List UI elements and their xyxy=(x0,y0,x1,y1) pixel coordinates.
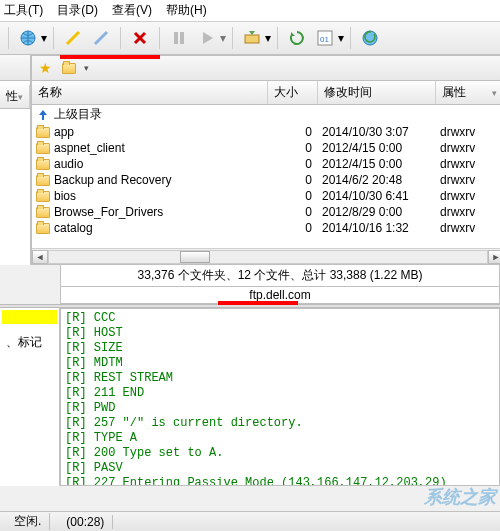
dropdown-icon[interactable]: ▾ xyxy=(220,31,226,45)
table-row[interactable]: aspnet_client02012/4/15 0:00drwxrv xyxy=(32,140,500,156)
log-line: [R] 211 END xyxy=(65,386,495,401)
file-size: 0 xyxy=(272,173,322,187)
file-date: 2014/6/2 20:48 xyxy=(322,173,440,187)
separator xyxy=(232,27,233,49)
file-date: 2014/10/30 6:41 xyxy=(322,189,440,203)
scroll-left-icon[interactable]: ◄ xyxy=(32,250,48,264)
watermark: 系统之家 xyxy=(424,485,496,509)
scroll-thumb[interactable] xyxy=(180,251,210,263)
file-name: aspnet_client xyxy=(54,141,125,155)
table-row[interactable]: bios02014/10/30 6:41drwxrv xyxy=(32,188,500,204)
log-line: [R] 227 Entering Passive Mode (143,166,1… xyxy=(65,476,495,486)
view-mode-button[interactable]: 01 xyxy=(312,25,338,51)
abort-button[interactable] xyxy=(127,25,153,51)
file-size: 0 xyxy=(272,189,322,203)
folder-nav-icon[interactable] xyxy=(60,59,78,77)
log-panel[interactable]: [R] CCC[R] HOST[R] SIZE[R] MDTM[R] REST … xyxy=(60,308,500,486)
file-date: 2012/4/15 0:00 xyxy=(322,141,440,155)
file-date: 2014/10/30 3:07 xyxy=(322,125,440,139)
col-modified[interactable]: 修改时间 xyxy=(318,81,436,104)
log-line: [R] TYPE A xyxy=(65,431,495,446)
host-label: ftp.dell.com xyxy=(249,288,310,302)
log-line: [R] 257 "/" is current directory. xyxy=(65,416,495,431)
col-attr[interactable]: 属性▾ xyxy=(436,81,500,104)
scroll-right-icon[interactable]: ► xyxy=(488,250,500,264)
svg-rect-1 xyxy=(174,32,178,44)
log-line: [R] 200 Type set to A. xyxy=(65,446,495,461)
file-date: 2012/4/15 0:00 xyxy=(322,157,440,171)
table-row[interactable]: audio02012/4/15 0:00drwxrv xyxy=(32,156,500,172)
separator xyxy=(277,27,278,49)
log-line: [R] CCC xyxy=(65,311,495,326)
pause-button[interactable] xyxy=(166,25,192,51)
highlight-bar xyxy=(60,55,160,59)
log-line: [R] REST STREAM xyxy=(65,371,495,386)
menu-tools[interactable]: 工具(T) xyxy=(4,2,43,19)
highlight-bar xyxy=(218,301,298,305)
file-size: 0 xyxy=(272,221,322,235)
remote-quickbar: ★ ▾ xyxy=(32,56,500,81)
table-row[interactable]: Browse_For_Drivers02012/8/29 0:00drwxrv xyxy=(32,204,500,220)
file-perm: drwxrv xyxy=(440,125,500,139)
menu-bar: 工具(T) 目录(D) 查看(V) 帮助(H) xyxy=(0,0,500,22)
globe-button[interactable] xyxy=(15,25,41,51)
file-perm: drwxrv xyxy=(440,141,500,155)
separator xyxy=(120,27,121,49)
folder-icon xyxy=(36,191,50,202)
local-quickbar xyxy=(0,55,30,81)
col-name[interactable]: 名称 xyxy=(32,81,268,104)
connect-button[interactable] xyxy=(60,25,86,51)
dropdown-icon[interactable]: ▾ xyxy=(41,31,47,45)
left-bottom-panel: 、标记 xyxy=(0,308,60,486)
file-size: 0 xyxy=(272,125,322,139)
menu-view[interactable]: 查看(V) xyxy=(112,2,152,19)
separator xyxy=(350,27,351,49)
local-header: 性▾ xyxy=(0,85,30,109)
main-row: 性▾ ★ ▾ 名称 大小 修改时间 属性▾ 上级目录 app02014/10/3… xyxy=(0,55,500,265)
col-size[interactable]: 大小 xyxy=(268,81,318,104)
toolbar: ▾ ▾ ▾ 01 ▾ xyxy=(0,22,500,55)
file-size: 0 xyxy=(272,157,322,171)
disconnect-button[interactable] xyxy=(88,25,114,51)
file-date: 2012/8/29 0:00 xyxy=(322,205,440,219)
menu-dirs[interactable]: 目录(D) xyxy=(57,2,98,19)
file-perm: drwxrv xyxy=(440,189,500,203)
play-button[interactable] xyxy=(194,25,220,51)
log-line: [R] SIZE xyxy=(65,341,495,356)
parent-dir-row[interactable]: 上级目录 xyxy=(32,105,500,124)
log-line: [R] PWD xyxy=(65,401,495,416)
remote-panel: ★ ▾ 名称 大小 修改时间 属性▾ 上级目录 app02014/10/30 3… xyxy=(31,55,500,265)
file-name: bios xyxy=(54,189,76,203)
file-perm: drwxrv xyxy=(440,221,500,235)
transfer-mode-button[interactable] xyxy=(239,25,265,51)
left-local-panel: 性▾ xyxy=(0,55,31,265)
up-arrow-icon xyxy=(36,108,50,122)
horizontal-scrollbar[interactable]: ◄ ► xyxy=(32,248,500,264)
dropdown-icon[interactable]: ▾ xyxy=(84,63,89,73)
mark-label: 、标记 xyxy=(0,330,59,355)
dropdown-icon[interactable]: ▾ xyxy=(338,31,344,45)
host-bar: ftp.dell.com xyxy=(60,287,500,304)
yellow-marker xyxy=(2,310,57,324)
file-name: Backup and Recovery xyxy=(54,173,171,187)
separator xyxy=(159,27,160,49)
folder-icon xyxy=(36,127,50,138)
table-row[interactable]: app02014/10/30 3:07drwxrv xyxy=(32,124,500,140)
file-listing: 上级目录 app02014/10/30 3:07drwxrvaspnet_cli… xyxy=(32,105,500,248)
table-row[interactable]: Backup and Recovery02014/6/2 20:48drwxrv xyxy=(32,172,500,188)
scroll-track[interactable] xyxy=(48,250,488,264)
globe-refresh-button[interactable] xyxy=(357,25,383,51)
file-size: 0 xyxy=(272,205,322,219)
file-perm: drwxrv xyxy=(440,205,500,219)
star-icon[interactable]: ★ xyxy=(36,59,54,77)
file-name: app xyxy=(54,125,74,139)
remote-table-header: 名称 大小 修改时间 属性▾ xyxy=(32,81,500,105)
log-line: [R] HOST xyxy=(65,326,495,341)
refresh-button[interactable] xyxy=(284,25,310,51)
col-attr[interactable]: 性▾ xyxy=(0,85,30,108)
menu-help[interactable]: 帮助(H) xyxy=(166,2,207,19)
table-row[interactable]: catalog02014/10/16 1:32drwxrv xyxy=(32,220,500,236)
dropdown-icon[interactable]: ▾ xyxy=(265,31,271,45)
status-idle: 空闲. xyxy=(6,513,50,530)
file-perm: drwxrv xyxy=(440,173,500,187)
